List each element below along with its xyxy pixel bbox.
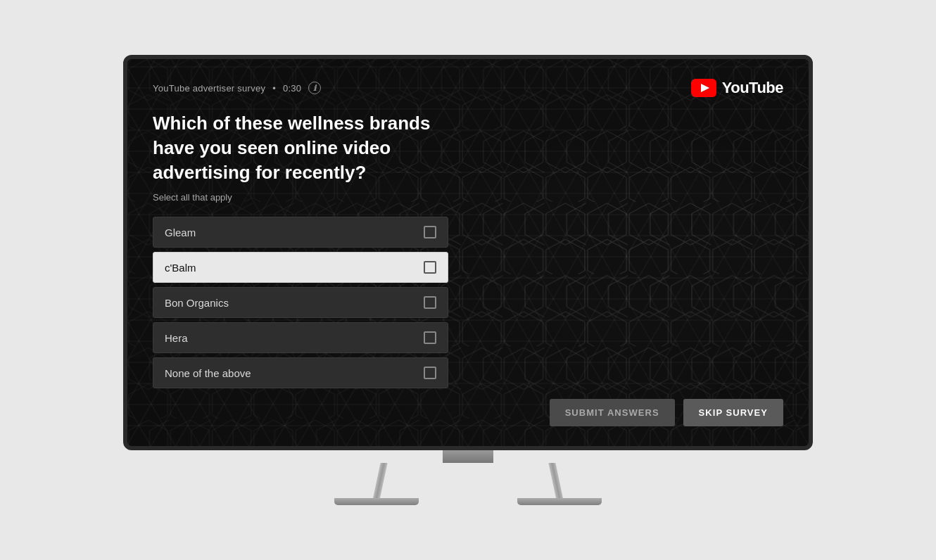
option-hera-label: Hera: [165, 332, 188, 344]
survey-timer: 0:30: [283, 83, 301, 94]
tv-container: YouTube advertiser survey • 0:30 ℹ YouTu…: [123, 55, 813, 505]
foot-left-base: [334, 498, 419, 505]
option-none-checkbox[interactable]: [424, 367, 436, 379]
option-hera[interactable]: Hera: [153, 322, 448, 353]
options-list: Gleam c'Balm Bon Organics Hera None of t: [153, 217, 448, 388]
stand-connector: [443, 450, 493, 463]
youtube-logo: YouTube: [691, 79, 783, 97]
option-cbalm[interactable]: c'Balm: [153, 252, 448, 283]
option-bon-organics-label: Bon Organics: [165, 297, 229, 309]
question-subtitle: Select all that apply: [153, 192, 783, 203]
option-gleam-label: Gleam: [165, 227, 196, 238]
option-cbalm-label: c'Balm: [165, 262, 196, 274]
skip-survey-button[interactable]: SKIP SURVEY: [683, 399, 783, 426]
header-row: YouTube advertiser survey • 0:30 ℹ YouTu…: [153, 79, 783, 97]
option-none-label: None of the above: [165, 367, 251, 379]
bottom-row: SUBMIT ANSWERS SKIP SURVEY: [153, 392, 783, 426]
foot-right: [517, 463, 602, 505]
option-cbalm-checkbox[interactable]: [424, 261, 436, 274]
option-hera-checkbox[interactable]: [424, 331, 436, 344]
option-gleam[interactable]: Gleam: [153, 217, 448, 248]
tv-stand: [334, 450, 602, 505]
question-title: Which of these wellness brands have you …: [153, 111, 448, 185]
survey-meta: YouTube advertiser survey • 0:30 ℹ: [153, 82, 321, 94]
survey-separator: •: [272, 83, 276, 94]
option-gleam-checkbox[interactable]: [424, 226, 436, 238]
option-bon-organics-checkbox[interactable]: [424, 296, 436, 309]
option-bon-organics[interactable]: Bon Organics: [153, 287, 448, 318]
feet-row: [334, 463, 602, 505]
foot-right-base: [517, 498, 602, 505]
submit-answers-button[interactable]: SUBMIT ANSWERS: [550, 399, 675, 426]
foot-left: [334, 463, 419, 505]
screen-content: YouTube advertiser survey • 0:30 ℹ YouTu…: [127, 59, 809, 446]
foot-right-stem: [548, 463, 563, 498]
option-none[interactable]: None of the above: [153, 357, 448, 388]
youtube-text: YouTube: [722, 79, 783, 97]
foot-left-stem: [373, 463, 388, 498]
survey-label: YouTube advertiser survey: [153, 83, 265, 94]
youtube-play-icon: [691, 79, 716, 97]
info-icon[interactable]: ℹ: [308, 82, 321, 94]
tv-screen: YouTube advertiser survey • 0:30 ℹ YouTu…: [123, 55, 813, 450]
